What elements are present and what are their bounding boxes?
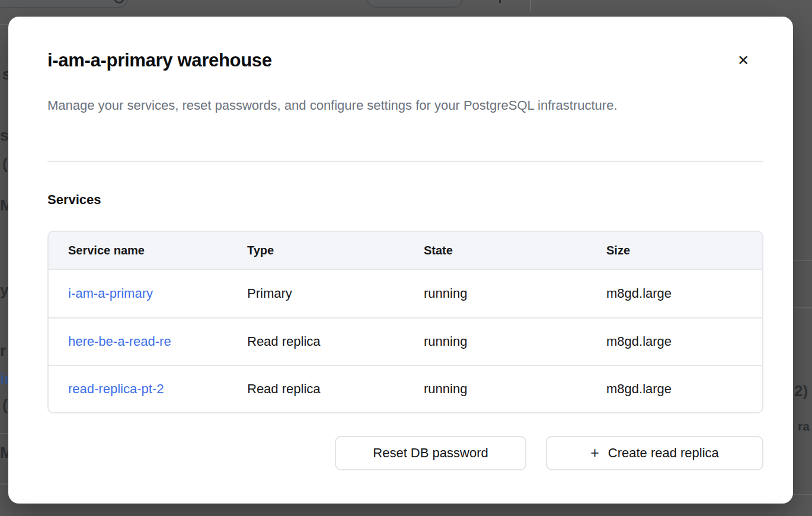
reset-db-password-button[interactable]: Reset DB password: [335, 436, 526, 470]
dimmed-background-divider: [530, 0, 531, 11]
service-name-cell: read-replica-pt-2: [49, 381, 228, 397]
service-name-cell: i-am-a-primary: [49, 286, 228, 301]
table-row: i-am-a-primary Primary running m8gd.larg…: [49, 270, 762, 317]
dimmed-background-divider: [793, 307, 812, 308]
divider: [47, 161, 763, 162]
service-type-cell: Read replica: [228, 381, 404, 397]
create-read-replica-label: Create read replica: [608, 445, 719, 461]
screen: st s ( M, y r in ( M, 2) ra i-am-a-prima…: [0, 0, 812, 516]
dimmed-background-divider: [793, 260, 812, 261]
table-row: here-be-a-read-re Read replica running m…: [49, 317, 762, 365]
service-size-cell: m8gd.large: [587, 286, 762, 301]
dimmed-background-text: r: [0, 343, 6, 358]
service-state-cell: running: [404, 334, 587, 349]
dimmed-background-divider: [0, 433, 8, 434]
service-name-link[interactable]: read-replica-pt-2: [68, 381, 228, 397]
dimmed-background-button: [0, 0, 128, 8]
dimmed-background-divider: [0, 24, 8, 25]
dimmed-background-text: 2): [794, 383, 808, 399]
service-size-cell: m8gd.large: [587, 334, 762, 349]
service-state-cell: running: [404, 286, 587, 301]
column-header-state: State: [404, 244, 587, 257]
dimmed-background-glyph: [499, 0, 501, 3]
dimmed-background-button: [366, 0, 463, 8]
close-button[interactable]: ✕: [730, 47, 756, 74]
service-name-link[interactable]: here-be-a-read-re: [68, 334, 228, 349]
table-row: read-replica-pt-2 Read replica running m…: [49, 365, 762, 412]
create-read-replica-button[interactable]: + Create read replica: [546, 436, 763, 470]
service-type-cell: Read replica: [228, 334, 404, 349]
warehouse-modal: i-am-a-primary warehouse ✕ Manage your s…: [8, 17, 793, 504]
service-state-cell: running: [404, 381, 587, 397]
dimmed-background-text: (: [2, 156, 8, 171]
service-type-cell: Primary: [228, 286, 404, 301]
services-heading: Services: [47, 192, 101, 208]
close-icon: ✕: [737, 53, 749, 68]
column-header-size: Size: [587, 244, 762, 257]
dimmed-background-text: s: [0, 128, 8, 143]
service-name-link[interactable]: i-am-a-primary: [68, 286, 228, 301]
services-table: Service name Type State Size i-am-a-prim…: [47, 231, 763, 413]
column-header-service-name: Service name: [49, 244, 228, 257]
dimmed-background-text: (: [2, 397, 8, 413]
plus-icon: +: [590, 444, 599, 461]
service-size-cell: m8gd.large: [587, 381, 762, 397]
reset-db-password-label: Reset DB password: [373, 445, 488, 461]
dimmed-background-divider: [793, 494, 812, 495]
column-header-type: Type: [228, 244, 404, 257]
dimmed-background-divider: [0, 483, 8, 485]
dimmed-background-text: ra: [798, 420, 810, 432]
table-header-row: Service name Type State Size: [49, 232, 762, 270]
service-name-cell: here-be-a-read-re: [49, 334, 228, 349]
modal-description: Manage your services, reset passwords, a…: [47, 93, 618, 118]
dimmed-background-text: y: [0, 282, 8, 298]
modal-title: i-am-a-primary warehouse: [47, 50, 272, 71]
